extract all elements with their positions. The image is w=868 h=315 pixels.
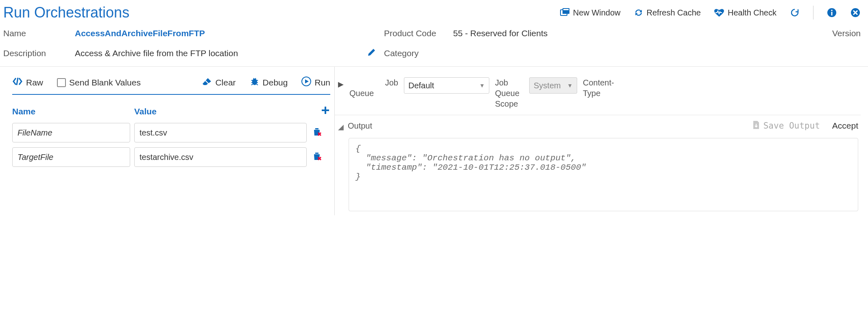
bug-icon [250, 77, 260, 88]
category-label: Category [384, 48, 453, 58]
table-row [12, 147, 330, 167]
raw-button[interactable]: Raw [12, 77, 43, 88]
chevron-down-icon: ▼ [479, 82, 485, 89]
right-panel: ▶ Job Queue Default ▼ Job Queue Scope Sy… [334, 67, 868, 215]
plus-icon[interactable] [321, 105, 330, 117]
scope-label: Job Queue Scope [495, 77, 523, 109]
checkbox-icon [57, 78, 66, 87]
expand-input-icon[interactable]: ▶ [338, 77, 344, 89]
close-icon[interactable] [850, 7, 861, 18]
page-title: Run Orchestrations [3, 4, 129, 21]
send-blank-label: Send Blank Values [69, 78, 141, 88]
col-value-header: Value [134, 107, 321, 116]
name-value[interactable]: AccessAndArchiveFileFromFTP [75, 28, 360, 38]
refresh-icon [634, 8, 643, 17]
param-value-input[interactable] [134, 123, 307, 142]
heartbeat-icon [714, 8, 724, 17]
param-name-input[interactable] [12, 147, 130, 167]
info-icon[interactable] [827, 7, 837, 18]
run-label: Run [314, 78, 330, 88]
save-output-button[interactable]: Save Output [752, 120, 820, 131]
refresh-cache-label: Refresh Cache [647, 8, 701, 18]
main-area: Raw Send Blank Values Clear Debug [0, 67, 868, 215]
reload-icon[interactable] [789, 7, 800, 18]
output-label: Output [348, 121, 372, 131]
description-label: Description [3, 48, 75, 58]
svg-rect-4 [831, 12, 833, 15]
job-queue-label: Job Queue [349, 77, 398, 98]
name-label: Name [3, 28, 75, 38]
health-check-label: Health Check [728, 8, 776, 18]
description-value: Access & Archive file from the FTP locat… [75, 48, 360, 58]
product-code-value: 55 - Reserved for Clients [453, 28, 800, 38]
input-section: ▶ Job Queue Default ▼ Job Queue Scope Sy… [335, 71, 861, 115]
svg-rect-2 [563, 9, 569, 10]
play-icon [301, 77, 311, 88]
refresh-cache-button[interactable]: Refresh Cache [634, 8, 701, 18]
job-queue-select[interactable]: Default ▼ [404, 77, 489, 94]
table-row [12, 123, 330, 142]
params-table: Name Value [12, 105, 330, 167]
health-check-button[interactable]: Health Check [714, 8, 776, 18]
chevron-down-icon: ▼ [567, 82, 573, 89]
run-button[interactable]: Run [301, 77, 330, 88]
eraser-icon [202, 77, 212, 88]
clear-label: Clear [215, 78, 236, 88]
new-window-label: New Window [573, 8, 621, 18]
product-code-label: Product Code [384, 28, 453, 38]
output-header: ◢ Output Save Output Accept [335, 115, 861, 136]
delete-row-button[interactable] [311, 151, 323, 163]
col-name-header: Name [12, 107, 134, 116]
version-label: Version [800, 28, 861, 38]
content-type-label: Content- Type [583, 77, 624, 98]
param-name-input[interactable] [12, 123, 130, 142]
collapse-output-icon[interactable]: ◢ [338, 120, 344, 131]
page-header: Run Orchestrations New Window Refresh Ca… [0, 0, 868, 67]
output-box[interactable]: { "message": "Orchestration has no outpu… [349, 138, 858, 211]
scope-select[interactable]: System ▼ [529, 77, 577, 94]
window-icon [560, 8, 570, 17]
scope-value: System [534, 81, 561, 90]
send-blank-checkbox[interactable]: Send Blank Values [57, 78, 141, 88]
new-window-button[interactable]: New Window [560, 8, 621, 18]
param-value-input[interactable] [134, 147, 307, 167]
raw-label: Raw [26, 78, 43, 88]
debug-label: Debug [263, 78, 288, 88]
delete-row-button[interactable] [311, 127, 323, 139]
accept-button[interactable]: Accept [832, 121, 858, 131]
top-toolbar: New Window Refresh Cache Health Check [560, 6, 861, 20]
save-output-label: Save Output [763, 121, 820, 131]
code-icon [12, 77, 23, 88]
clear-button[interactable]: Clear [202, 77, 236, 88]
toolbar-divider [813, 6, 813, 20]
params-toolbar: Raw Send Blank Values Clear Debug [12, 77, 330, 95]
save-icon [752, 120, 760, 131]
left-panel: Raw Send Blank Values Clear Debug [0, 67, 334, 215]
debug-button[interactable]: Debug [250, 77, 288, 88]
job-queue-value: Default [408, 81, 434, 90]
svg-point-5 [831, 10, 833, 11]
meta-grid: Name AccessAndArchiveFileFromFTP Product… [3, 28, 861, 59]
pencil-icon[interactable] [367, 49, 377, 59]
